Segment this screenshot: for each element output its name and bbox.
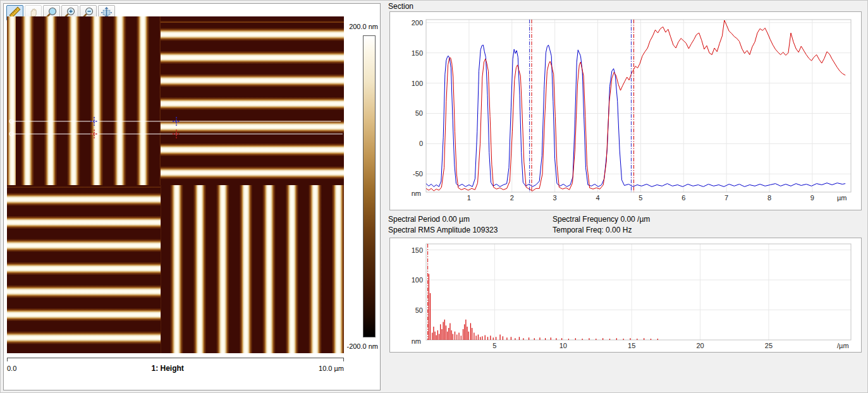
y-tick-label: 100 [412, 80, 423, 87]
x-axis-unit-label: µm [837, 194, 847, 202]
y-tick-label: 50 [415, 109, 423, 117]
x-tick-label: 9 [810, 194, 814, 202]
section-panel-title: Section [388, 2, 413, 11]
x-tick-label: 25 [765, 342, 773, 349]
x-tick-label: 15 [628, 342, 635, 349]
x-tick-label: 20 [696, 342, 704, 349]
section-spectrum-chart: 50100150510152025nm/µm [389, 238, 862, 353]
app-window: 200.0 nm -200.0 nm 0.0 1: Height 10.0 µm… [0, 0, 868, 393]
temporal-freq-text: Temporal Freq: 0.00 Hz [553, 226, 632, 234]
spectral-frequency-text: Spectral Frequency 0.00 /µm [553, 215, 650, 224]
scale-min-label: 0.0 [7, 365, 16, 372]
section-lines-overlay [7, 16, 344, 353]
x-tick-label: 2 [510, 194, 514, 202]
image-panel: 200.0 nm -200.0 nm 0.0 1: Height 10.0 µm [3, 3, 381, 390]
section-profile-chart: -50050100150200123456789nmµm [389, 11, 862, 210]
x-tick-label: 5 [492, 342, 496, 349]
x-tick-label: 6 [682, 194, 685, 202]
x-tick-label: 3 [553, 194, 557, 202]
y-tick-label: 200 [412, 19, 423, 27]
image-scale-labels: 0.0 1: Height 10.0 µm [7, 364, 344, 373]
y-axis-unit-label: nm [412, 190, 421, 197]
section-spectrum-plot: 50100150510152025nm/µm [390, 238, 860, 350]
x-tick-label: 7 [724, 194, 728, 202]
image-scale-bracket [7, 358, 344, 361]
x-tick-label: 5 [639, 194, 642, 202]
y-tick-label: 0 [419, 140, 423, 147]
section-profile-plot: -50050100150200123456789nmµm [390, 12, 860, 208]
y-axis-unit-label: nm [412, 337, 421, 345]
y-tick-label: 150 [412, 246, 423, 254]
height-colorbar [363, 35, 376, 337]
x-tick-label: 1 [467, 194, 471, 202]
y-tick-label: 100 [412, 276, 423, 284]
x-tick-label: 4 [596, 194, 599, 202]
scale-max-label: 10.0 µm [319, 365, 344, 372]
afm-height-image[interactable] [7, 16, 344, 353]
x-tick-label: 10 [559, 342, 567, 349]
x-tick-label: 8 [767, 194, 771, 202]
y-tick-label: -50 [413, 170, 423, 178]
channel-label: 1: Height [151, 364, 183, 373]
x-axis-unit-label: /µm [837, 342, 849, 349]
y-tick-label: 150 [412, 49, 423, 57]
spectral-period-text: Spectral Period 0.00 µm [388, 215, 470, 224]
spectral-rms-text: Spectral RMS Amplitude 109323 [388, 226, 498, 234]
y-tick-label: 50 [415, 306, 423, 314]
colorbar-max-label: 200.0 nm [337, 23, 378, 30]
colorbar-min-label: -200.0 nm [337, 342, 378, 350]
